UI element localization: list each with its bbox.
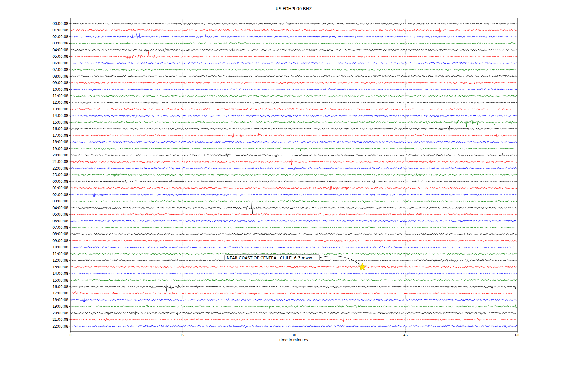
trace-time-label: 17:00:08 (52, 133, 68, 138)
trace-time-label: 13:00:08 (52, 265, 68, 269)
trace-time-label: 05:00:08 (52, 54, 68, 59)
trace-time-label: 22:00:08 (52, 324, 68, 328)
trace-time-label: 07:00:08 (52, 225, 68, 230)
plot-title: US.EDHPI.00.BHZ (276, 6, 312, 11)
trace-time-label: 02:00:08 (52, 193, 68, 197)
event-star-icon (358, 263, 367, 270)
trace-time-label: 05:00:08 (52, 212, 68, 217)
trace-time-label: 18:00:08 (52, 140, 68, 144)
seismo-trace-6 (70, 62, 517, 64)
trace-time-label: 23:00:08 (52, 173, 68, 177)
x-tick-label: 45 (403, 333, 408, 337)
annotation-arrow (320, 256, 360, 265)
seismo-trace-43 (70, 305, 517, 309)
trace-time-label: 03:00:08 (52, 199, 68, 203)
trace-time-label: 01:00:08 (52, 186, 68, 190)
axis-layer: 01530456000:00:0801:00:0802:00:0803:00:0… (52, 21, 519, 337)
x-tick-label: 60 (515, 333, 520, 337)
trace-time-label: 06:00:08 (52, 61, 68, 65)
trace-time-label: 14:00:08 (52, 113, 68, 118)
trace-time-label: 19:00:08 (52, 304, 68, 309)
trace-time-label: 12:00:08 (52, 100, 68, 105)
trace-time-label: 21:00:08 (52, 159, 68, 164)
seismo-trace-0 (70, 23, 517, 25)
trace-time-label: 16:00:08 (52, 127, 68, 131)
trace-time-label: 20:00:08 (52, 153, 68, 157)
seismo-trace-13 (70, 108, 517, 110)
x-tick-label: 15 (180, 333, 184, 337)
annotation-text: NEAR COAST OF CENTRAL CHILE, 6.3 mww (227, 255, 312, 260)
trace-time-label: 08:00:08 (52, 74, 68, 79)
seismo-trace-2 (70, 33, 517, 40)
trace-time-label: 09:00:08 (52, 239, 68, 243)
trace-time-label: 15:00:08 (52, 278, 68, 282)
trace-time-label: 07:00:08 (52, 67, 68, 72)
trace-time-label: 06:00:08 (52, 219, 68, 223)
trace-time-label: 12:00:08 (52, 258, 68, 263)
trace-time-label: 09:00:08 (52, 81, 68, 85)
trace-time-label: 16:00:08 (52, 285, 68, 289)
trace-time-label: 04:00:08 (52, 206, 68, 210)
seismo-trace-26 (70, 193, 517, 197)
trace-time-label: 11:00:08 (52, 94, 68, 98)
trace-time-label: 22:00:08 (52, 166, 68, 171)
trace-time-label: 14:00:08 (52, 271, 68, 276)
trace-time-label: 13:00:08 (52, 107, 68, 111)
trace-time-label: 21:00:08 (52, 317, 68, 322)
x-axis-label: time in minutes (279, 338, 308, 342)
x-tick-label: 30 (292, 333, 296, 337)
helicorder-figure: US.EDHPI.00.BHZ 01530456000:00:0801:00:0… (0, 0, 588, 368)
trace-time-label: 02:00:08 (52, 35, 68, 39)
trace-time-label: 00:00:08 (52, 21, 68, 26)
trace-time-label: 19:00:08 (52, 147, 68, 151)
trace-time-label: 08:00:08 (52, 232, 68, 236)
trace-time-label: 15:00:08 (52, 120, 68, 125)
trace-time-label: 20:00:08 (52, 311, 68, 315)
seismo-trace-4 (70, 48, 517, 52)
seismo-trace-28 (70, 200, 517, 214)
seismo-trace-21 (70, 157, 517, 165)
trace-time-label: 01:00:08 (52, 28, 68, 32)
trace-time-label: 00:00:08 (52, 179, 68, 184)
x-tick-label: 0 (69, 333, 71, 337)
annotation-box: NEAR COAST OF CENTRAL CHILE, 6.3 mww (225, 255, 320, 261)
seismo-trace-3 (70, 42, 517, 44)
trace-time-label: 04:00:08 (52, 48, 68, 52)
helicorder-plot: US.EDHPI.00.BHZ 01530456000:00:0801:00:0… (0, 0, 588, 368)
seismo-trace-39 (70, 279, 517, 281)
seismo-trace-19 (70, 148, 517, 151)
trace-time-label: 18:00:08 (52, 298, 68, 302)
trace-time-label: 17:00:08 (52, 291, 68, 295)
trace-time-label: 10:00:08 (52, 245, 68, 249)
trace-time-label: 11:00:08 (52, 252, 68, 256)
trace-time-label: 03:00:08 (52, 41, 68, 45)
trace-time-label: 10:00:08 (52, 87, 68, 92)
